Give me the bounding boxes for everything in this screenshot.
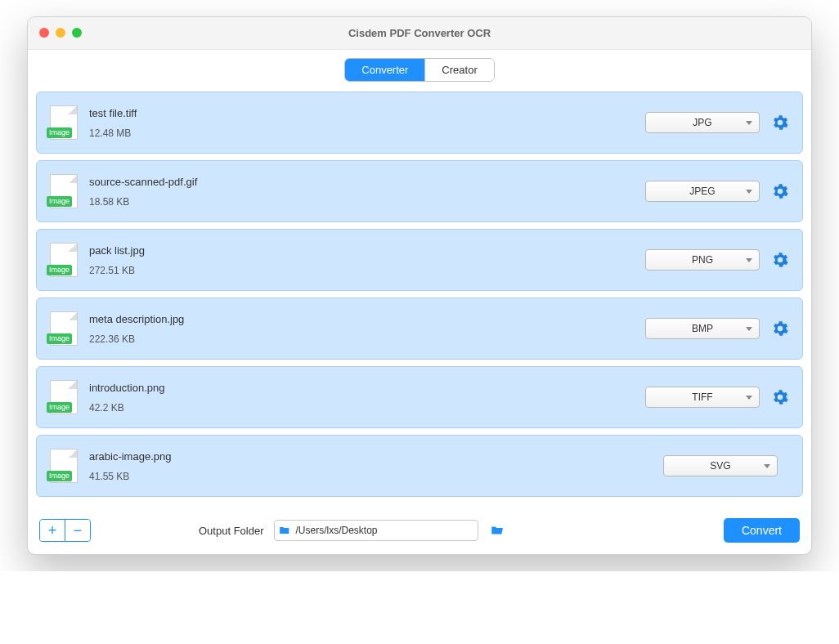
file-type-icon: Image: [50, 105, 78, 140]
format-label: JPG: [693, 117, 711, 128]
file-row[interactable]: Image source-scanned-pdf.gif 18.58 KB JP…: [36, 160, 803, 222]
format-label: JPEG: [689, 186, 715, 197]
file-size: 272.51 KB: [89, 265, 645, 276]
file-size: 41.55 KB: [89, 471, 663, 482]
output-format-select[interactable]: BMP: [645, 318, 760, 339]
file-name: arabic-image.png: [89, 450, 663, 463]
file-info: pack list.jpg 272.51 KB: [89, 244, 645, 276]
file-type-icon: Image: [50, 449, 78, 483]
file-size: 12.48 MB: [89, 127, 645, 139]
output-folder-field[interactable]: /Users/lxs/Desktop: [274, 520, 478, 541]
output-format-select[interactable]: JPEG: [645, 181, 760, 202]
remove-file-button[interactable]: −: [65, 520, 90, 541]
output-format-select[interactable]: SVG: [663, 455, 778, 476]
image-badge: Image: [47, 333, 72, 344]
mode-toolbar: Converter Creator: [28, 50, 811, 92]
convert-button[interactable]: Convert: [724, 518, 800, 543]
format-label: TIFF: [692, 391, 712, 403]
output-format-select[interactable]: PNG: [645, 249, 760, 271]
close-window-button[interactable]: [39, 28, 49, 38]
image-badge: Image: [47, 196, 72, 207]
file-name: pack list.jpg: [89, 244, 645, 257]
output-format-select[interactable]: JPG: [645, 112, 760, 133]
gear-icon[interactable]: [771, 388, 789, 406]
chevron-down-icon: [764, 464, 770, 468]
file-type-icon: Image: [50, 243, 78, 277]
chevron-down-icon: [746, 396, 752, 400]
output-format-select[interactable]: TIFF: [645, 387, 760, 408]
file-info: introduction.png 42.2 KB: [89, 382, 645, 414]
file-row[interactable]: Image meta description.jpg 222.36 KB BMP: [36, 297, 803, 360]
gear-icon[interactable]: [771, 182, 789, 200]
file-row[interactable]: Image arabic-image.png 41.55 KB SVG: [36, 435, 803, 497]
browse-folder-icon[interactable]: [488, 521, 506, 539]
bottom-bar: + − Output Folder /Users/lxs/Desktop Con…: [28, 510, 811, 554]
file-row[interactable]: Image pack list.jpg 272.51 KB PNG: [36, 229, 803, 291]
file-type-icon: Image: [50, 174, 78, 208]
window-title: Cisdem PDF Converter OCR: [348, 27, 491, 39]
file-size: 222.36 KB: [89, 333, 645, 345]
file-info: meta description.jpg 222.36 KB: [89, 313, 645, 345]
output-folder-label: Output Folder: [199, 525, 264, 537]
file-info: arabic-image.png 41.55 KB: [89, 450, 663, 482]
file-name: source-scanned-pdf.gif: [89, 176, 645, 188]
file-name: meta description.jpg: [89, 313, 645, 325]
file-row[interactable]: Image introduction.png 42.2 KB TIFF: [36, 366, 803, 428]
gear-icon[interactable]: [771, 114, 789, 132]
format-label: SVG: [710, 460, 730, 472]
chevron-down-icon: [746, 327, 752, 331]
file-list: Image test file.tiff 12.48 MB JPG Image …: [28, 92, 811, 510]
app-window: Cisdem PDF Converter OCR Converter Creat…: [27, 16, 812, 555]
format-label: BMP: [692, 323, 713, 334]
output-folder-path: /Users/lxs/Desktop: [296, 525, 378, 536]
file-size: 18.58 KB: [89, 196, 645, 208]
image-badge: Image: [47, 127, 72, 138]
mode-segmented-control: Converter Creator: [344, 58, 494, 82]
image-badge: Image: [47, 471, 72, 481]
minimize-window-button[interactable]: [56, 28, 65, 38]
gear-icon[interactable]: [771, 320, 789, 338]
file-info: test file.tiff 12.48 MB: [89, 107, 645, 139]
tab-converter[interactable]: Converter: [345, 59, 424, 81]
add-remove-group: + −: [39, 519, 91, 542]
gear-icon[interactable]: [771, 251, 789, 269]
chevron-down-icon: [746, 121, 752, 125]
tab-creator[interactable]: Creator: [424, 59, 493, 81]
file-name: introduction.png: [89, 382, 645, 394]
file-info: source-scanned-pdf.gif 18.58 KB: [89, 176, 645, 208]
file-type-icon: Image: [50, 380, 78, 414]
chevron-down-icon: [746, 190, 752, 194]
file-name: test file.tiff: [89, 107, 645, 119]
file-row[interactable]: Image test file.tiff 12.48 MB JPG: [36, 92, 803, 154]
add-file-button[interactable]: +: [40, 520, 65, 541]
folder-icon: [278, 525, 291, 536]
file-size: 42.2 KB: [89, 402, 645, 414]
chevron-down-icon: [746, 258, 752, 262]
format-label: PNG: [692, 254, 713, 266]
title-bar: Cisdem PDF Converter OCR: [28, 17, 811, 50]
maximize-window-button[interactable]: [72, 28, 82, 38]
file-type-icon: Image: [50, 311, 78, 346]
traffic-lights: [39, 28, 82, 38]
image-badge: Image: [47, 265, 72, 275]
image-badge: Image: [47, 402, 72, 413]
